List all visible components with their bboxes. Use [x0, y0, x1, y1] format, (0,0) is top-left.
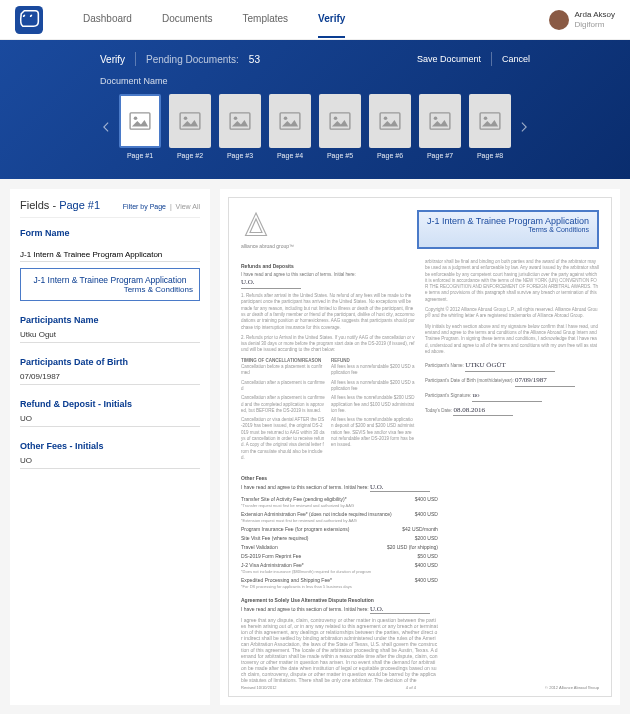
top-nav-list: Dashboard Documents Templates Verify	[83, 1, 549, 38]
fields-title: Fields - Page #1	[20, 199, 100, 211]
svg-point-12	[384, 117, 388, 121]
refund-initials-value[interactable]: UO	[20, 414, 200, 427]
nav-dashboard[interactable]: Dashboard	[83, 1, 132, 38]
svg-rect-3	[180, 113, 200, 129]
divider	[135, 52, 136, 66]
participant-name-value[interactable]: Utku Ogut	[20, 330, 200, 343]
svg-point-4	[184, 117, 188, 121]
page-thumbnails: Page #1Page #2Page #3Page #4Page #5Page …	[119, 94, 511, 159]
svg-rect-15	[480, 113, 500, 129]
view-all-link[interactable]: View All	[176, 203, 200, 210]
doc-company-logo	[241, 210, 271, 240]
doc-footer-revised: Revised 10/10/2012	[241, 685, 277, 690]
thumb-label: Page #7	[427, 152, 453, 159]
field-label: Participants Date of Birth	[20, 357, 200, 367]
thumb-label: Page #6	[377, 152, 403, 159]
svg-rect-5	[230, 113, 250, 129]
thumb-label: Page #8	[477, 152, 503, 159]
svg-rect-9	[330, 113, 350, 129]
svg-rect-11	[380, 113, 400, 129]
document-page[interactable]: alliance abroad group™ J-1 Intern & Trai…	[228, 197, 612, 697]
other-fees-initials-value[interactable]: UO	[20, 456, 200, 469]
svg-point-2	[134, 117, 138, 121]
svg-point-10	[334, 117, 338, 121]
form-name-input[interactable]	[20, 248, 200, 262]
fields-panel: Fields - Page #1 Filter by Page | View A…	[10, 189, 210, 705]
field-label: Other Fees - Initials	[20, 441, 200, 451]
svg-point-14	[434, 117, 438, 121]
field-label: Refund & Deposit - Initials	[20, 399, 200, 409]
svg-point-8	[284, 117, 288, 121]
pending-count: 53	[249, 54, 260, 65]
nav-templates[interactable]: Templates	[243, 1, 289, 38]
page-thumbnail[interactable]	[269, 94, 311, 148]
chevron-left-icon[interactable]	[100, 120, 113, 134]
page-thumbnail[interactable]	[469, 94, 511, 148]
page-thumbnail[interactable]	[369, 94, 411, 148]
doc-title-box: J-1 Intern & Trainee Program Application…	[417, 210, 599, 249]
doc-dob: 07/09/1987	[515, 376, 575, 387]
save-button[interactable]: Save Document	[417, 54, 481, 64]
document-viewer: alliance abroad group™ J-1 Intern & Trai…	[220, 189, 620, 705]
document-name-label: Document Name	[100, 76, 530, 86]
chevron-right-icon[interactable]	[517, 120, 530, 134]
app-logo	[15, 6, 43, 34]
svg-point-16	[484, 117, 488, 121]
user-name: Arda Aksoy	[575, 10, 615, 20]
doc-signature: uo	[472, 391, 542, 402]
divider	[491, 52, 492, 66]
cancel-button[interactable]: Cancel	[502, 54, 530, 64]
matched-field-highlight[interactable]: J-1 Intern & Trainee Program Application…	[20, 268, 200, 301]
filter-by-page-link[interactable]: Filter by Page	[123, 203, 166, 210]
thumb-label: Page #1	[127, 152, 153, 159]
thumb-label: Page #2	[177, 152, 203, 159]
page-thumbnail[interactable]	[319, 94, 361, 148]
page-thumbnail[interactable]	[119, 94, 161, 148]
svg-rect-13	[430, 113, 450, 129]
pending-label: Pending Documents:	[146, 54, 239, 65]
user-menu[interactable]: Arda Aksoy Digiform	[549, 10, 615, 30]
other-fees-initial-hand: U.O.	[370, 483, 430, 492]
thumb-label: Page #3	[227, 152, 253, 159]
page-title: Verify	[100, 54, 125, 65]
dispute-initial-hand: U.O.	[370, 605, 430, 614]
page-thumbnail[interactable]	[419, 94, 461, 148]
participant-dob-value[interactable]: 07/09/1987	[20, 372, 200, 385]
svg-rect-1	[130, 113, 150, 129]
field-label: Participants Name	[20, 315, 200, 325]
page-thumbnail[interactable]	[219, 94, 261, 148]
doc-footer-page: 4 of 4	[406, 685, 416, 690]
doc-participant-name: UTKU ÖGÜT	[465, 361, 555, 372]
field-label: Form Name	[20, 228, 200, 238]
doc-date: 08.08.2016	[453, 406, 513, 417]
nav-documents[interactable]: Documents	[162, 1, 213, 38]
user-org: Digiform	[575, 20, 615, 30]
svg-point-6	[234, 117, 238, 121]
refunds-initial-hand: U.O.	[241, 278, 301, 289]
thumb-label: Page #5	[327, 152, 353, 159]
doc-footer-copyright: © 2012 Alliance Abroad Group	[545, 685, 599, 690]
thumb-label: Page #4	[277, 152, 303, 159]
avatar	[549, 10, 569, 30]
page-thumbnail[interactable]	[169, 94, 211, 148]
svg-rect-7	[280, 113, 300, 129]
nav-verify[interactable]: Verify	[318, 1, 345, 38]
